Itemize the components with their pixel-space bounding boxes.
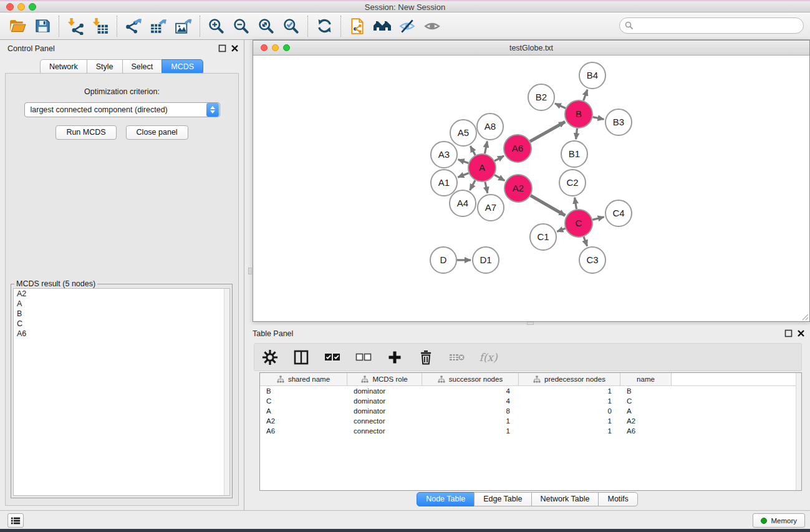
tab-node-table[interactable]: Node Table <box>417 492 475 506</box>
table-cell[interactable]: 1 <box>422 417 519 425</box>
zoom-in-icon[interactable] <box>204 14 229 38</box>
close-panel-icon[interactable] <box>231 44 239 52</box>
tab-motifs[interactable]: Motifs <box>598 492 637 506</box>
export-network-icon[interactable] <box>121 14 146 38</box>
table-cell[interactable]: C <box>620 397 672 405</box>
divider-grip[interactable] <box>248 268 252 274</box>
graph-edge[interactable] <box>458 173 468 177</box>
node-table[interactable]: shared nameMCDS rolesuccessor nodesprede… <box>259 372 802 491</box>
table-cell[interactable]: A6 <box>260 427 347 435</box>
scrollbar-track[interactable] <box>796 373 801 490</box>
zoom-selected-icon[interactable] <box>279 14 304 38</box>
refresh-icon[interactable] <box>312 14 337 38</box>
task-history-button[interactable] <box>7 513 24 528</box>
table-row[interactable]: A2connector11A2 <box>260 416 801 426</box>
criterion-select[interactable]: largest connected component (directed) <box>24 102 220 117</box>
mcds-result-item[interactable]: A2 <box>14 289 229 299</box>
float-panel-icon[interactable] <box>218 44 226 52</box>
delete-columns-icon[interactable] <box>418 349 434 365</box>
table-cell[interactable]: A <box>260 407 347 415</box>
close-panel-button[interactable]: Close panel <box>126 125 188 140</box>
search-input[interactable] <box>637 19 803 32</box>
table-cell[interactable]: C <box>260 397 347 405</box>
graph-edge[interactable] <box>531 195 565 215</box>
graph-edge[interactable] <box>557 228 565 231</box>
table-row[interactable]: Bdominator41B <box>260 386 801 396</box>
graph-edge[interactable] <box>485 142 487 154</box>
select-all-rows-icon[interactable] <box>324 349 340 365</box>
table-cell[interactable]: dominator <box>347 407 422 415</box>
column-header-shared-name[interactable]: shared name <box>260 373 347 385</box>
table-row[interactable]: Adominator80A <box>260 406 801 416</box>
mcds-result-list[interactable]: A2ABCA6 <box>13 288 230 496</box>
table-cell[interactable]: dominator <box>347 397 422 405</box>
table-cell[interactable]: 4 <box>422 397 519 405</box>
graph-edge[interactable] <box>470 180 475 190</box>
graph-edge[interactable] <box>593 117 604 120</box>
graphics-details-icon[interactable] <box>395 14 420 38</box>
network-window-titlebar[interactable]: testGlobe.txt <box>253 41 809 56</box>
mcds-result-item[interactable]: B <box>14 309 229 319</box>
split-table-icon[interactable] <box>293 349 309 365</box>
table-cell[interactable]: B <box>620 387 672 395</box>
graph-edge[interactable] <box>592 217 604 220</box>
table-cell[interactable]: connector <box>347 427 422 435</box>
table-cell[interactable]: A6 <box>620 427 672 435</box>
deselect-all-rows-icon[interactable] <box>355 349 372 365</box>
column-header-predecessor-nodes[interactable]: predecessor nodes <box>519 373 620 385</box>
tab-edge-table[interactable]: Edge Table <box>474 492 531 506</box>
scrollbar-track[interactable] <box>224 289 229 495</box>
table-cell[interactable]: A2 <box>620 417 672 425</box>
import-table-icon[interactable] <box>88 14 113 38</box>
table-cell[interactable]: connector <box>347 417 422 425</box>
table-cell[interactable]: 0 <box>519 407 620 415</box>
zoom-fit-icon[interactable] <box>254 14 279 38</box>
tab-network-table[interactable]: Network Table <box>531 492 599 506</box>
open-icon[interactable] <box>5 14 30 38</box>
mcds-result-item[interactable]: C <box>14 319 229 329</box>
graph-edge[interactable] <box>458 160 469 163</box>
function-builder-icon[interactable]: f(x) <box>480 349 496 365</box>
graph-edge[interactable] <box>584 90 587 101</box>
column-header-name[interactable]: name <box>620 373 672 385</box>
graph-edge[interactable] <box>494 156 504 161</box>
table-cell[interactable]: A2 <box>260 417 347 425</box>
table-cell[interactable]: 8 <box>422 407 519 415</box>
window-resize-grip[interactable] <box>801 312 809 321</box>
delete-table-icon[interactable] <box>449 349 465 365</box>
network-canvas[interactable]: B4B2BB3A8A5A6B1A3AA1C2A2A4A7C4CC1DD1C3 <box>253 56 809 321</box>
table-cell[interactable]: 1 <box>519 427 620 435</box>
column-header-MCDS-role[interactable]: MCDS role <box>347 373 422 385</box>
search-box[interactable] <box>619 17 804 34</box>
table-row[interactable]: Cdominator41C <box>260 396 801 406</box>
graph-edge[interactable] <box>584 237 587 246</box>
graph-edge[interactable] <box>576 128 577 139</box>
table-cell[interactable]: 4 <box>422 387 519 395</box>
table-cell[interactable]: B <box>260 387 347 395</box>
table-cell[interactable]: 1 <box>519 397 620 405</box>
add-column-icon[interactable] <box>387 349 403 365</box>
graph-edge[interactable] <box>485 181 488 193</box>
clipboard-network-icon[interactable] <box>345 14 370 38</box>
table-cell[interactable]: 1 <box>422 427 519 435</box>
table-cell[interactable]: 1 <box>519 387 620 395</box>
import-network-icon[interactable] <box>63 14 88 38</box>
graph-edge[interactable] <box>530 122 565 142</box>
float-panel-icon[interactable] <box>784 329 793 337</box>
table-row[interactable]: A6connector11A6 <box>260 426 801 436</box>
table-cell[interactable]: dominator <box>347 387 422 395</box>
run-mcds-button[interactable]: Run MCDS <box>55 125 116 140</box>
close-panel-icon[interactable] <box>797 329 805 337</box>
zoom-out-icon[interactable] <box>229 14 254 38</box>
save-icon[interactable] <box>30 14 55 38</box>
graph-edge[interactable] <box>494 175 504 180</box>
graph-edge[interactable] <box>555 104 566 109</box>
export-table-icon[interactable] <box>146 14 171 38</box>
mcds-result-item[interactable]: A6 <box>14 329 229 339</box>
graph-edge[interactable] <box>470 146 475 155</box>
memory-button[interactable]: Memory <box>753 513 805 528</box>
table-cell[interactable]: 1 <box>519 417 620 425</box>
mcds-result-item[interactable]: A <box>14 299 229 309</box>
export-image-icon[interactable] <box>171 14 196 38</box>
graph-edge[interactable] <box>575 198 577 210</box>
